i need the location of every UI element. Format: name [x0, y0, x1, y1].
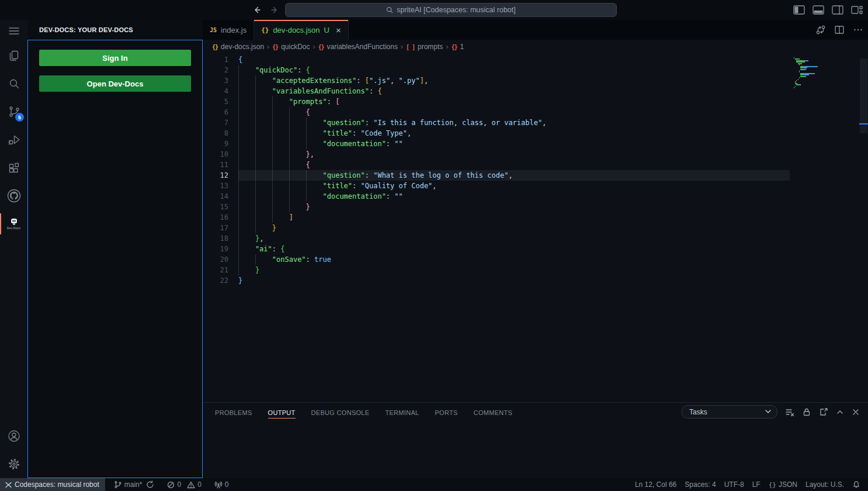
- menu-hamburger-icon[interactable]: [0, 20, 27, 42]
- title-bar: spriteAI [Codespaces: musical robot]: [0, 0, 868, 20]
- code-line-5[interactable]: 5"prompts": [: [203, 96, 790, 107]
- breadcrumb-item-quickdoc[interactable]: {} quickDoc: [272, 43, 310, 51]
- open-changes-icon[interactable]: [815, 25, 826, 35]
- code-line-2[interactable]: 2"quickDoc": {: [203, 65, 790, 75]
- close-panel-icon[interactable]: [852, 408, 860, 416]
- code-line-4[interactable]: 4"variablesAndFunctions": {: [203, 86, 790, 96]
- git-branch-item[interactable]: main*: [110, 478, 159, 491]
- code-line-19[interactable]: 19"ai": {: [203, 244, 790, 254]
- panel-tab-comments[interactable]: COMMENTS: [474, 404, 513, 420]
- vscode-window: spriteAI [Codespaces: musical robot]: [0, 0, 868, 491]
- breadcrumb-item-file[interactable]: {} dev-docs.json: [212, 43, 264, 51]
- breadcrumb-item-variablesandfunctions[interactable]: {} variablesAndFunctions: [318, 43, 398, 51]
- editor-scrollbar[interactable]: [859, 54, 868, 402]
- panel-tab-output[interactable]: OUTPUT: [268, 404, 296, 420]
- code-line-10[interactable]: 10},: [203, 149, 790, 160]
- code-line-17[interactable]: 17}: [203, 223, 790, 233]
- open-devdocs-button[interactable]: Open Dev-Docs: [39, 75, 191, 92]
- command-center-search[interactable]: spriteAI [Codespaces: musical robot]: [285, 3, 617, 17]
- code-editor[interactable]: 1{2"quickDoc": {3"acceptedExtensions": […: [203, 54, 868, 402]
- extensions-icon[interactable]: [0, 154, 27, 182]
- notifications-bell-icon[interactable]: [848, 478, 864, 491]
- code-line-9[interactable]: 9"documentation": "": [203, 139, 790, 149]
- more-actions-icon[interactable]: [853, 25, 863, 35]
- line-number: 13: [203, 181, 228, 191]
- tab-dev-docs-json[interactable]: {} dev-docs.json U ×: [254, 20, 349, 40]
- source-control-icon[interactable]: 5: [0, 98, 27, 126]
- customize-layout-icon[interactable]: [850, 4, 863, 16]
- line-number: 21: [203, 265, 228, 275]
- encoding-item[interactable]: UTF-8: [720, 478, 748, 491]
- panel-tab-ports[interactable]: PORTS: [435, 404, 457, 420]
- forward-arrow-icon[interactable]: [269, 4, 280, 16]
- code-line-22[interactable]: 22}: [203, 275, 790, 286]
- panel-tab-problems[interactable]: PROBLEMS: [215, 404, 252, 420]
- sync-icon: [146, 480, 154, 489]
- tab-index-js[interactable]: JS index.js: [203, 20, 254, 40]
- code-line-7[interactable]: 7"question": "Is this a function, class,…: [203, 117, 790, 128]
- open-output-in-editor-icon[interactable]: [819, 407, 828, 417]
- object-symbol-icon: {}: [451, 44, 457, 50]
- cursor-position-item[interactable]: Ln 12, Col 66: [631, 478, 680, 491]
- language-mode-item[interactable]: {} JSON: [765, 478, 801, 491]
- github-icon[interactable]: [0, 182, 27, 210]
- close-tab-icon[interactable]: ×: [336, 26, 341, 34]
- search-icon: [386, 6, 393, 13]
- line-number: 3: [203, 75, 228, 86]
- code-line-6[interactable]: 6{: [203, 107, 790, 117]
- indentation-item[interactable]: Spaces: 4: [680, 478, 720, 491]
- back-arrow-icon[interactable]: [251, 4, 263, 16]
- search-sidebar-icon[interactable]: [0, 70, 27, 98]
- maximize-panel-icon[interactable]: [836, 408, 844, 416]
- code-line-13[interactable]: 13"title": "Quality of Code",: [203, 181, 790, 191]
- chevron-down-icon: [765, 410, 771, 414]
- scrollbar-slider[interactable]: [860, 58, 867, 133]
- run-and-debug-icon[interactable]: [0, 126, 27, 154]
- lock-scroll-icon[interactable]: [802, 407, 811, 417]
- remote-icon: [5, 481, 12, 489]
- errors-icon: [167, 481, 175, 489]
- code-line-3[interactable]: 3"acceptedExtensions": [".js", ".py"],: [203, 75, 790, 86]
- editor-tab-bar: JS index.js {} dev-docs.json U ×: [203, 20, 868, 40]
- code-line-18[interactable]: 18},: [203, 233, 790, 244]
- code-line-11[interactable]: 11{: [203, 160, 790, 170]
- ports-status-item[interactable]: 0: [210, 478, 233, 491]
- panel-tab-terminal[interactable]: TERMINAL: [385, 404, 419, 420]
- split-editor-icon[interactable]: [834, 25, 845, 35]
- output-channel-dropdown[interactable]: Tasks: [682, 405, 777, 419]
- remote-indicator[interactable]: Codespaces: musical robot: [0, 478, 105, 491]
- panel-tab-debug-console[interactable]: DEBUG CONSOLE: [311, 404, 370, 420]
- warnings-icon: [187, 481, 195, 489]
- status-bar: Codespaces: musical robot main* 0: [0, 478, 868, 491]
- code-line-8[interactable]: 8"title": "Code Type",: [203, 128, 790, 139]
- bottom-panel: PROBLEMSOUTPUTDEBUG CONSOLETERMINALPORTS…: [203, 402, 868, 478]
- devdocs-extension-icon[interactable]: Dev-Docs: [0, 210, 27, 238]
- accounts-icon[interactable]: [0, 422, 27, 450]
- problems-status-item[interactable]: 0 0: [163, 478, 205, 491]
- code-line-15[interactable]: 15}: [203, 202, 790, 212]
- sidebar-content: Sign In Open Dev-Docs: [27, 40, 203, 478]
- clear-output-icon[interactable]: [785, 407, 794, 417]
- explorer-icon[interactable]: [0, 42, 27, 70]
- line-number: 22: [203, 275, 228, 286]
- breadcrumb-item-prompts[interactable]: [ ] prompts: [406, 43, 443, 51]
- toggle-primary-sidebar-icon[interactable]: [793, 4, 805, 16]
- toggle-panel-icon[interactable]: [812, 4, 825, 16]
- code-line-20[interactable]: 20"onSave": true: [203, 254, 790, 265]
- breadcrumb-item-index[interactable]: {} 1: [451, 43, 464, 51]
- settings-gear-icon[interactable]: [0, 450, 27, 478]
- eol-item[interactable]: LF: [748, 478, 765, 491]
- panel-tab-bar: PROBLEMSOUTPUTDEBUG CONSOLETERMINALPORTS…: [215, 404, 512, 420]
- sign-in-button[interactable]: Sign In: [39, 50, 191, 66]
- toggle-secondary-sidebar-icon[interactable]: [831, 4, 844, 16]
- code-line-16[interactable]: 16]: [203, 212, 790, 223]
- code-line-12[interactable]: 12"question": "What is the log o of this…: [203, 170, 790, 181]
- keyboard-layout-item[interactable]: Layout: U.S.: [801, 478, 848, 491]
- line-number: 2: [203, 65, 228, 75]
- object-symbol-icon: {}: [272, 44, 278, 50]
- array-symbol-icon: [ ]: [406, 44, 415, 50]
- minimap[interactable]: [794, 54, 844, 89]
- code-line-14[interactable]: 14"documentation": "": [203, 191, 790, 202]
- code-line-1[interactable]: 1{: [203, 54, 790, 65]
- code-line-21[interactable]: 21}: [203, 265, 790, 275]
